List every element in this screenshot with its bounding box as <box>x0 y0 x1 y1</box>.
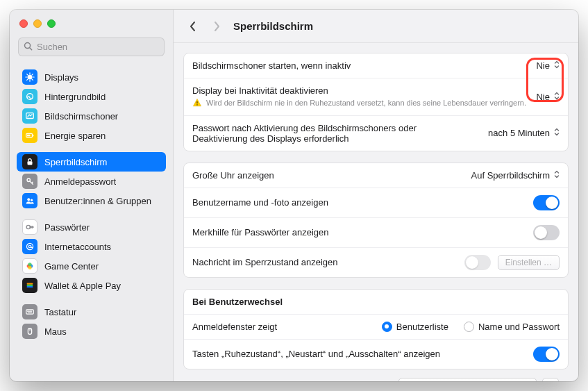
row-label: Merkhilfe für Passwörter anzeigen <box>192 227 526 238</box>
sidebar-item-label: Maus <box>44 326 67 337</box>
sidebar-item-label: Game Center <box>44 261 99 272</box>
sidebar-item-wallet-apple-pay[interactable]: Wallet & Apple Pay <box>17 276 166 295</box>
lock-message-switch[interactable] <box>464 255 491 270</box>
svg-point-29 <box>196 104 198 106</box>
sidebar-item-label: Passwörter <box>44 222 90 233</box>
chevron-updown-icon <box>554 128 560 138</box>
mouse-icon <box>22 324 37 339</box>
svg-point-21 <box>28 266 31 269</box>
display-off-popup[interactable]: Nie <box>536 92 560 102</box>
radio-label: Name und Passwort <box>478 322 560 332</box>
svg-rect-22 <box>27 283 33 285</box>
show-username-switch[interactable] <box>533 195 560 210</box>
section-timers: Bildschirmschoner starten, wenn inaktiv … <box>183 53 569 151</box>
sidebar-item-schreibtisch-dock[interactable]: Schreibtisch & Dock <box>17 62 166 67</box>
minimize-window-button[interactable] <box>33 19 42 28</box>
sidebar-item-label: Energie sparen <box>44 131 106 141</box>
lock-icon <box>22 154 37 169</box>
row-warning: Wird der Bildschirm nie in den Ruhezusta… <box>192 98 529 108</box>
wallpaper-icon <box>22 89 37 104</box>
main-panel: Sperrbildschirm Bildschirmschoner starte… <box>174 10 578 381</box>
row-label: Tasten „Ruhezustand“, „Neustart“ und „Au… <box>192 349 526 359</box>
svg-point-14 <box>31 199 33 201</box>
svg-line-1 <box>30 48 32 50</box>
help-button[interactable]: ? <box>542 378 559 381</box>
svg-rect-11 <box>28 161 33 165</box>
screensaver-icon <box>22 108 37 124</box>
sidebar-item-label: Bildschirmschoner <box>44 111 118 122</box>
row-power-buttons: Tasten „Ruhezustand“, „Neustart“ und „Au… <box>184 340 568 369</box>
svg-rect-10 <box>27 135 30 137</box>
row-label: Passwort nach Aktivierung des Bildschirm… <box>192 123 442 144</box>
sidebar-item-bildschirmschoner[interactable]: Bildschirmschoner <box>17 106 166 126</box>
row-label: Display bei Inaktivität deaktivieren <box>192 85 529 96</box>
popup-value: Nie <box>536 92 550 102</box>
radio-name-password[interactable]: Name und Passwort <box>464 322 560 332</box>
sidebar-item-internetaccounts[interactable]: Internetaccounts <box>17 237 166 256</box>
sidebar-item-tastatur[interactable]: Tastatur <box>17 302 166 322</box>
at-icon <box>22 239 37 254</box>
row-label: Große Uhr anzeigen <box>192 170 464 181</box>
sidebar-item-passw-rter[interactable]: Passwörter <box>17 217 166 237</box>
row-login-window-shows: Anmeldefenster zeigt Benutzerliste Name … <box>184 315 568 340</box>
svg-rect-28 <box>196 101 197 104</box>
battery-icon <box>22 128 37 143</box>
sidebar-item-label: Anmeldepasswort <box>44 176 116 187</box>
close-window-button[interactable] <box>19 19 28 28</box>
settings-window: Schreibtisch & DockDisplaysHintergrundbi… <box>10 10 578 381</box>
sidebar-item-displays[interactable]: Displays <box>17 67 166 87</box>
search-input[interactable] <box>18 38 165 56</box>
sidebar-item-sperrbildschirm[interactable]: Sperrbildschirm <box>17 152 166 172</box>
row-label: Nachricht im Sperrzustand anzeigen <box>192 257 457 267</box>
sidebar-item-hintergrundbild[interactable]: Hintergrundbild <box>17 87 166 106</box>
fullscreen-window-button[interactable] <box>47 19 56 28</box>
chevron-updown-icon <box>554 92 560 102</box>
page-title: Sperrbildschirm <box>233 20 313 32</box>
row-label: Benutzername und -foto anzeigen <box>192 197 526 208</box>
svg-rect-25 <box>26 310 34 314</box>
sidebar-item-label: Internetaccounts <box>44 242 111 252</box>
svg-rect-24 <box>27 286 33 288</box>
svg-point-13 <box>27 198 30 201</box>
svg-rect-9 <box>33 135 33 137</box>
screensaver-start-popup[interactable]: Nie <box>536 60 560 71</box>
lock-message-set-button[interactable]: Einstellen … <box>498 255 560 270</box>
password-hint-switch[interactable] <box>533 225 560 240</box>
radio-label: Benutzerliste <box>396 322 448 332</box>
gamecenter-icon <box>22 258 37 274</box>
forward-button[interactable] <box>210 19 224 33</box>
sidebar-item-label: Tastatur <box>44 307 76 317</box>
sidebar-item-game-center[interactable]: Game Center <box>17 256 166 276</box>
footer: Optionen für Bedienungshilfen … ? <box>183 378 569 381</box>
sidebar-list: Schreibtisch & DockDisplaysHintergrundbi… <box>10 62 173 345</box>
require-password-popup[interactable]: nach 5 Minuten <box>488 128 560 138</box>
large-clock-popup[interactable]: Auf Sperrbildschirm <box>471 170 560 181</box>
section-user-switch: Bei Benutzerwechsel Anmeldefenster zeigt… <box>183 289 569 369</box>
radio-user-list[interactable]: Benutzerliste <box>382 322 448 332</box>
accessibility-options-button[interactable]: Optionen für Bedienungshilfen … <box>398 378 537 381</box>
popup-value: nach 5 Minuten <box>488 128 550 138</box>
sidebar-item-label: Hintergrundbild <box>44 92 106 102</box>
power-buttons-switch[interactable] <box>533 347 560 362</box>
wallet-icon <box>22 278 37 293</box>
row-lock-message: Nachricht im Sperrzustand anzeigen Einst… <box>184 248 568 277</box>
section-lockscreen-display: Große Uhr anzeigen Auf Sperrbildschirm B… <box>183 163 569 278</box>
sidebar-item-maus[interactable]: Maus <box>17 322 166 341</box>
row-screensaver-start: Bildschirmschoner starten, wenn inaktiv … <box>184 53 568 78</box>
back-button[interactable] <box>186 19 200 33</box>
content-scroll[interactable]: Bildschirmschoner starten, wenn inaktiv … <box>174 43 578 381</box>
window-controls <box>10 10 173 33</box>
users-icon <box>22 193 37 208</box>
warning-text: Wird der Bildschirm nie in den Ruhezusta… <box>206 98 526 108</box>
sidebar-item-label: Sperrbildschirm <box>44 157 107 167</box>
row-require-password: Passwort nach Aktivierung des Bildschirm… <box>184 116 568 151</box>
chevron-updown-icon <box>554 60 560 71</box>
row-display-off: Display bei Inaktivität deaktivieren Wir… <box>184 78 568 116</box>
sidebar-item-benutzer-innen-gruppen[interactable]: Benutzer:innen & Gruppen <box>17 191 166 210</box>
search-icon <box>23 41 33 53</box>
keyboard-icon <box>22 304 37 319</box>
sidebar-item-label: Displays <box>44 72 78 83</box>
section-heading: Bei Benutzerwechsel <box>184 290 568 315</box>
sidebar-item-energie-sparen[interactable]: Energie sparen <box>17 126 166 145</box>
sidebar-item-anmeldepasswort[interactable]: Anmeldepasswort <box>17 172 166 191</box>
